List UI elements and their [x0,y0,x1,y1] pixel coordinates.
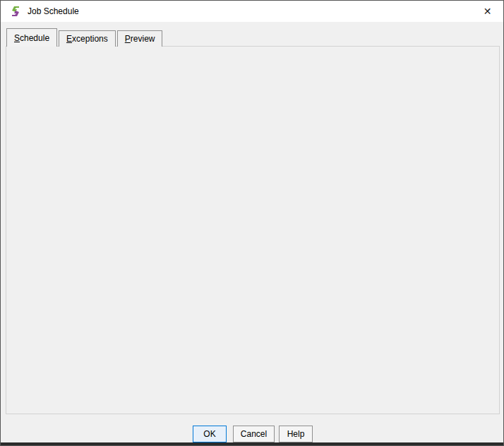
tab-preview-label: P [125,34,131,44]
title-bar: Job Schedule ✕ [1,1,503,22]
help-button[interactable]: Help [279,426,313,442]
tab-strip: Schedule Exceptions Preview [6,28,164,47]
close-icon[interactable]: ✕ [472,1,503,22]
tab-schedule-label: S [14,33,20,43]
tab-schedule[interactable]: Schedule [6,28,57,47]
tab-preview[interactable]: Preview [117,30,163,47]
cancel-button[interactable]: Cancel [233,426,275,442]
schedule-tab-panel [6,46,500,414]
ok-button[interactable]: OK [193,426,227,442]
window-bottom-edge [1,442,503,445]
tab-exceptions-label: E [66,34,72,44]
job-schedule-dialog: Job Schedule ✕ Schedule Exceptions Previ… [0,0,504,446]
tab-exceptions[interactable]: Exceptions [59,30,116,47]
app-logo-icon [10,6,21,17]
window-title: Job Schedule [28,6,79,16]
